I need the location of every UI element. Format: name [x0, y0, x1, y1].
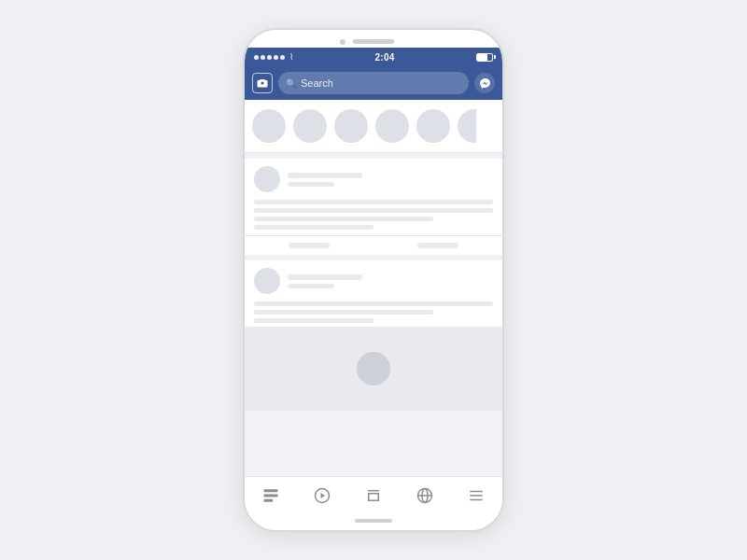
status-bar-right — [476, 53, 493, 62]
wifi-icon: ⌇ — [289, 52, 293, 62]
nav-item-marketplace[interactable] — [357, 483, 390, 509]
phone-bottom-bar — [245, 513, 502, 530]
battery-icon — [476, 53, 493, 62]
post-1-actions — [245, 235, 502, 255]
post-2-image — [245, 327, 502, 411]
svg-rect-0 — [263, 489, 277, 492]
post-1-avatar[interactable] — [254, 166, 280, 192]
signal-dot-4 — [274, 55, 278, 60]
story-circle-6[interactable] — [458, 109, 476, 143]
post-card-2 — [245, 260, 502, 411]
home-indicator — [355, 519, 392, 523]
story-circle-4[interactable] — [375, 109, 409, 143]
signal-dot-5 — [280, 55, 285, 60]
post-2-line-3 — [254, 318, 374, 323]
messenger-button[interactable] — [474, 73, 495, 93]
signal-dot-3 — [267, 55, 272, 60]
content-area — [245, 100, 502, 476]
app-navbar: 🔍 Search — [245, 66, 502, 100]
svg-rect-2 — [263, 498, 273, 501]
like-placeholder — [289, 243, 330, 248]
post-2-meta — [288, 274, 362, 288]
post-2-text — [245, 300, 502, 327]
post-1-header — [245, 159, 502, 198]
nav-item-watch[interactable] — [305, 483, 339, 509]
camera-button[interactable] — [252, 73, 273, 93]
signal-dot-1 — [254, 55, 259, 60]
svg-rect-1 — [263, 494, 277, 497]
phone-frame: ⌇ 2:04 🔍 Search — [243, 28, 504, 532]
nav-item-globe[interactable] — [408, 483, 442, 509]
post-2-line-2 — [254, 310, 433, 315]
nav-item-newsfeed[interactable] — [254, 483, 288, 509]
globe-icon — [416, 487, 433, 504]
status-bar-left: ⌇ — [254, 52, 293, 62]
post-card-1 — [245, 159, 502, 255]
status-bar: ⌇ 2:04 — [245, 48, 502, 66]
comment-button[interactable] — [374, 240, 502, 251]
post-2-line-1 — [254, 301, 493, 306]
post-1-line-4 — [254, 225, 374, 230]
post-1-name-placeholder — [288, 173, 362, 178]
story-circle-5[interactable] — [416, 109, 450, 143]
post-2-avatar[interactable] — [254, 268, 280, 294]
post-1-line-2 — [254, 208, 493, 213]
story-circle-3[interactable] — [334, 109, 368, 143]
phone-top-decoration — [245, 30, 502, 48]
status-time: 2:04 — [374, 52, 394, 63]
stories-row — [245, 100, 502, 153]
menu-icon — [468, 487, 485, 504]
watch-icon — [314, 487, 331, 504]
signal-dot-2 — [261, 55, 265, 60]
bottom-nav — [245, 476, 502, 513]
comment-placeholder — [417, 243, 458, 248]
post-1-meta — [288, 173, 362, 187]
post-2-header — [245, 260, 502, 300]
post-2-name-placeholder — [288, 274, 362, 280]
phone-speaker — [353, 39, 394, 44]
search-bar[interactable]: 🔍 Search — [278, 72, 469, 94]
search-icon: 🔍 — [286, 78, 297, 89]
marketplace-icon — [365, 487, 382, 504]
post-1-text — [245, 198, 502, 235]
battery-fill — [477, 54, 487, 61]
newsfeed-icon — [262, 487, 279, 504]
svg-marker-4 — [320, 493, 325, 498]
messenger-icon — [479, 77, 491, 90]
play-button-overlay[interactable] — [357, 352, 390, 385]
story-circle-1[interactable] — [252, 109, 286, 143]
phone-camera-dot — [340, 39, 345, 45]
post-2-time-placeholder — [288, 284, 334, 288]
post-1-line-3 — [254, 217, 433, 221]
post-1-line-1 — [254, 200, 493, 204]
story-circle-2[interactable] — [293, 109, 327, 143]
post-1-time-placeholder — [288, 182, 334, 187]
search-placeholder-text: Search — [301, 77, 333, 89]
camera-icon — [257, 77, 268, 89]
nav-item-menu[interactable] — [459, 483, 493, 509]
like-button[interactable] — [245, 240, 374, 251]
